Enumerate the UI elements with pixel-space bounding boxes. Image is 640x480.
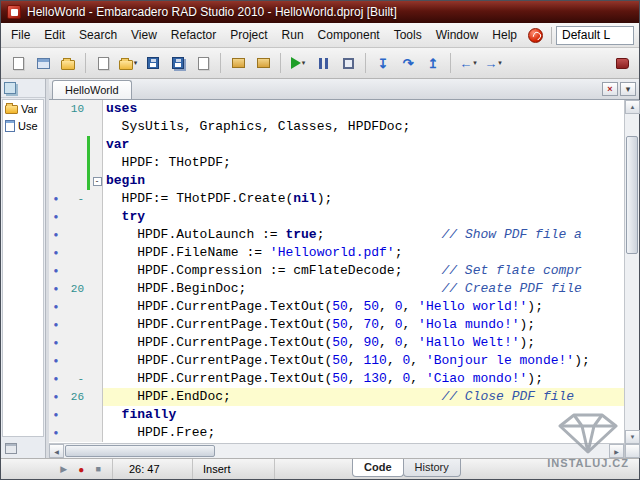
code-line-11[interactable]: SysUtils, Graphics, Classes, HPDFDoc; [49,118,624,136]
vertical-scroll-thumb[interactable] [626,136,638,254]
run-until-return-button[interactable]: ↥ [421,51,445,75]
pause-button[interactable] [311,51,335,75]
gutter-dot[interactable]: ● [49,370,63,388]
editor-views-button[interactable]: ▾ [620,82,636,96]
gutter-dot[interactable] [49,136,63,154]
structure-item-use[interactable]: Use [3,117,43,134]
code-line-20[interactable]: ●20 HPDF.BeginDoc; // Create PDF file [49,280,624,298]
save-button[interactable] [141,51,165,75]
code-line-23[interactable]: ● HPDF.CurrentPage.TextOut(50, 90, 0, 'H… [49,334,624,352]
gutter-dot[interactable]: ● [49,208,63,226]
add-to-project-button[interactable] [226,51,250,75]
menu-edit[interactable]: Edit [37,24,72,46]
macro-play-button[interactable]: ▶ [60,464,67,474]
menu-refactor[interactable]: Refactor [164,24,223,46]
navigate-forward-button[interactable]: →▾ [481,51,505,75]
gutter-dot[interactable]: ● [49,190,63,208]
vertical-scroll-track[interactable] [625,114,639,430]
gutter-dot[interactable]: ● [49,352,63,370]
code-line-14[interactable]: -begin [49,172,624,190]
close-file-button[interactable] [191,51,215,75]
gutter-dot[interactable]: ● [49,316,63,334]
horizontal-scroll-track[interactable] [215,444,609,458]
scroll-up-button[interactable]: ▲ [625,100,640,114]
new-unit-button[interactable] [91,51,115,75]
tab-helloworld[interactable]: HelloWorld [52,80,132,99]
new-items-button[interactable] [6,51,30,75]
editor-close-button[interactable]: × [602,82,618,96]
program-reset-button[interactable] [336,51,360,75]
code-line-12[interactable]: var [49,136,624,154]
code-line-22[interactable]: ● HPDF.CurrentPage.TextOut(50, 70, 0, 'H… [49,316,624,334]
fold-collapse-icon[interactable]: - [93,177,102,186]
menu-file[interactable]: File [4,24,37,46]
code-line-27[interactable]: ● finally [49,406,624,424]
code-line-10[interactable]: 10uses [49,100,624,118]
desktop-layout-select[interactable]: Default L [556,26,634,45]
toolbar-separator [450,53,451,73]
bottom-tab-code[interactable]: Code [352,459,404,477]
code-line-19[interactable]: ● HPDF.Compression := cmFlateDecode; // … [49,262,624,280]
code-line-28[interactable]: ● HPDF.Free; [49,424,624,442]
gutter-dot[interactable] [49,154,63,172]
vertical-scrollbar[interactable]: ▲ ▼ [624,100,639,458]
gutter-dot[interactable] [49,118,63,136]
menu-component[interactable]: Component [311,24,387,46]
open-file-button[interactable]: ▾ [116,51,140,75]
gutter-dot[interactable] [49,100,63,118]
gutter-dot[interactable]: ● [49,298,63,316]
trace-into-button[interactable]: ↧ [371,51,395,75]
menu-view[interactable]: View [124,24,164,46]
structure-item-var[interactable]: Var [3,100,43,117]
code-text: var [103,136,624,154]
code-area[interactable]: 10uses SysUtils, Graphics, Classes, HPDF… [49,100,624,458]
structure-view-icon[interactable] [4,82,16,94]
navigate-forward-icon: → [484,57,497,70]
menu-search[interactable]: Search [72,24,124,46]
code-line-18[interactable]: ● HPDF.FileName := 'Helloworld.pdf'; [49,244,624,262]
step-over-button[interactable]: ↷ [396,51,420,75]
menu-project[interactable]: Project [223,24,274,46]
gutter-dot[interactable]: ● [49,244,63,262]
new-form-button[interactable] [31,51,55,75]
embarcadero-help-icon[interactable] [528,28,543,43]
gutter-dot[interactable]: ● [49,406,63,424]
macro-record-button[interactable]: ● [78,464,84,475]
gutter-dot[interactable] [49,172,63,190]
gutter-dot[interactable]: ● [49,226,63,244]
menu-run[interactable]: Run [275,24,311,46]
macro-stop-button[interactable]: ■ [95,464,100,474]
help-insight-button[interactable] [610,51,634,75]
gutter-dot[interactable]: ● [49,262,63,280]
scroll-left-button[interactable]: ◀ [49,444,64,458]
line-number [63,352,87,370]
gutter-dot[interactable]: ● [49,280,63,298]
line-number: - [63,370,87,388]
model-view-icon[interactable] [5,443,17,454]
scroll-right-button[interactable]: ▶ [609,444,624,458]
code-line-26[interactable]: ●26 HPDF.EndDoc; // Close PDF file [49,388,624,406]
run-button[interactable]: ▾ [286,51,310,75]
menu-help[interactable]: Help [485,24,524,46]
save-all-button[interactable] [166,51,190,75]
gutter-dot[interactable]: ● [49,424,63,442]
code-line-16[interactable]: ● try [49,208,624,226]
code-line-25[interactable]: ●- HPDF.CurrentPage.TextOut(50, 130, 0, … [49,370,624,388]
menu-window[interactable]: Window [429,24,486,46]
bottom-tab-history[interactable]: History [403,459,461,477]
code-line-13[interactable]: HPDF: THotPDF; [49,154,624,172]
horizontal-scroll-thumb[interactable] [65,445,215,457]
navigate-back-button[interactable]: ←▾ [456,51,480,75]
code-line-15[interactable]: ●- HPDF:= THotPDF.Create(nil); [49,190,624,208]
scroll-down-button[interactable]: ▼ [625,430,640,444]
horizontal-scrollbar[interactable]: ◀ ▶ [49,443,624,458]
code-line-17[interactable]: ● HPDF.AutoLaunch := true; // Show PDF f… [49,226,624,244]
gutter-dot[interactable]: ● [49,334,63,352]
menu-tools[interactable]: Tools [387,24,429,46]
code-line-24[interactable]: ● HPDF.CurrentPage.TextOut(50, 110, 0, '… [49,352,624,370]
code-line-21[interactable]: ● HPDF.CurrentPage.TextOut(50, 50, 0, 'H… [49,298,624,316]
titlebar[interactable]: HelloWorld - Embarcadero RAD Studio 2010… [1,1,639,23]
remove-from-project-button[interactable] [251,51,275,75]
gutter-dot[interactable]: ● [49,388,63,406]
open-button[interactable] [56,51,80,75]
